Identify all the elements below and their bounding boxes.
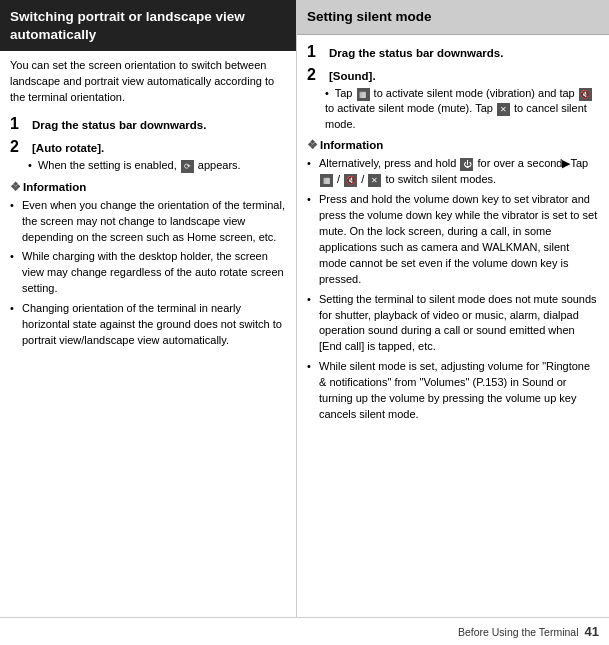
right-step1-num: 1 [307,42,325,61]
left-header: Switching portrait or landscape view aut… [0,0,296,51]
left-step2-num: 2 [10,137,28,156]
left-step2-sub: • When the setting is enabled, ⟳ appears… [28,158,286,173]
bullet-icon: • [28,159,32,171]
list-item: Setting the terminal to silent mode does… [307,292,599,356]
list-item: Even when you change the orientation of … [10,198,286,246]
footer: Before Using the Terminal 41 [0,617,609,645]
left-step1-num: 1 [10,114,28,133]
right-info-header: ❖Information [307,138,599,152]
right-step1-row: 1 Drag the status bar downwards. [307,42,599,61]
left-step2-row: 2 [Auto rotate]. [10,137,286,156]
list-item: While silent mode is set, adjusting volu… [307,359,599,423]
right-title: Setting silent mode [307,9,432,24]
left-info-header: ❖Information [10,180,286,194]
diamond-icon: ❖ [10,181,21,193]
right-content: 1 Drag the status bar downwards. 2 [Soun… [297,35,609,438]
right-step2-num: 2 [307,65,325,84]
mute2-icon: 🔇 [344,174,357,187]
list-item: Changing orientation of the terminal in … [10,301,286,349]
list-item: Alternatively, press and hold ⏻ for over… [307,156,599,188]
left-step1-text: Drag the status bar downwards. [32,117,206,133]
list-item: Press and hold the volume down key to se… [307,192,599,288]
right-step2-row: 2 [Sound]. [307,65,599,84]
cancel-icon: ✕ [497,103,510,116]
right-info-list: Alternatively, press and hold ⏻ for over… [307,156,599,423]
rotate-icon: ⟳ [181,160,194,173]
left-step1-row: 1 Drag the status bar downwards. [10,114,286,133]
right-panel: Setting silent mode 1 Drag the status ba… [297,0,609,617]
mute-icon: 🔇 [579,88,592,101]
bullet-icon: • [325,87,329,99]
right-step2-text: [Sound]. [329,68,376,84]
footer-page: 41 [585,624,599,639]
right-header: Setting silent mode [297,0,609,35]
page-container: Switching portrait or landscape view aut… [0,0,609,617]
cancel2-icon: ✕ [368,174,381,187]
diamond-icon: ❖ [307,139,318,151]
left-step2-text: [Auto rotate]. [32,140,104,156]
vibrate-icon: ▦ [357,88,370,101]
left-content: You can set the screen orientation to sw… [0,51,296,363]
footer-label: Before Using the Terminal [458,626,579,638]
left-intro: You can set the screen orientation to sw… [10,58,286,106]
right-step2-sub: • Tap ▦ to activate silent mode (vibrati… [325,86,599,132]
left-panel: Switching portrait or landscape view aut… [0,0,297,617]
vibrate2-icon: ▦ [320,174,333,187]
list-item: While charging with the desktop holder, … [10,249,286,297]
power-icon: ⏻ [460,158,473,171]
left-info-list: Even when you change the orientation of … [10,198,286,349]
right-step1-text: Drag the status bar downwards. [329,45,503,61]
left-title: Switching portrait or landscape view aut… [10,9,245,42]
